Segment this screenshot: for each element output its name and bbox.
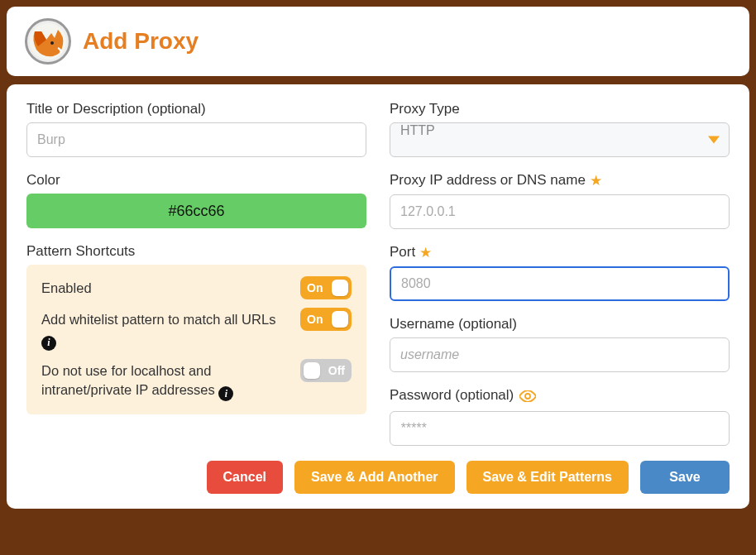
field-pattern-shortcuts: Pattern Shortcuts Enabled On Add whiteli… <box>26 243 366 414</box>
title-label: Title or Description (optional) <box>26 101 366 117</box>
shortcut-enabled-row: Enabled On <box>41 276 352 299</box>
info-icon[interactable]: i <box>41 336 56 351</box>
field-password: Password (optional) <box>390 387 730 446</box>
field-username: Username (optional) <box>390 316 730 372</box>
info-icon[interactable]: i <box>218 386 233 401</box>
field-ip: Proxy IP address or DNS name ★ <box>390 172 730 229</box>
toggle-knob <box>332 311 348 328</box>
cancel-button[interactable]: Cancel <box>207 461 283 494</box>
toggle-localhost[interactable]: Off <box>300 359 352 382</box>
shortcut-localhost-label: Do not use for localhost and intranet/pr… <box>41 359 289 402</box>
header-card: Add Proxy <box>7 7 749 76</box>
right-column: Proxy Type HTTP Proxy IP address or DNS … <box>390 101 730 446</box>
eye-icon[interactable] <box>519 390 536 406</box>
proxy-type-select[interactable]: HTTP <box>390 122 730 157</box>
shortcut-enabled-label: Enabled <box>41 276 289 298</box>
toggle-knob <box>304 362 320 379</box>
proxy-type-label: Proxy Type <box>390 101 730 117</box>
left-column: Title or Description (optional) Color #6… <box>26 101 366 446</box>
shortcut-whitelist-row: Add whitelist pattern to match all URLs … <box>41 308 352 351</box>
color-swatch[interactable]: #66cc66 <box>26 194 366 228</box>
required-star-icon: ★ <box>419 245 432 261</box>
save-edit-patterns-button[interactable]: Save & Edit Patterns <box>467 461 629 494</box>
ip-label: Proxy IP address or DNS name ★ <box>390 172 730 189</box>
svg-point-2 <box>525 394 530 399</box>
field-title: Title or Description (optional) <box>26 101 366 157</box>
username-input[interactable] <box>390 337 730 372</box>
shortcuts-label: Pattern Shortcuts <box>26 243 366 260</box>
password-label: Password (optional) <box>390 387 730 406</box>
svg-point-1 <box>50 41 54 45</box>
shortcut-whitelist-label: Add whitelist pattern to match all URLs … <box>41 308 289 351</box>
password-input[interactable] <box>390 411 730 446</box>
shortcut-localhost-row: Do not use for localhost and intranet/pr… <box>41 359 352 402</box>
toggle-knob <box>332 280 348 296</box>
required-star-icon: ★ <box>590 173 602 189</box>
toggle-whitelist[interactable]: On <box>300 308 352 331</box>
username-label: Username (optional) <box>390 316 730 333</box>
foxyproxy-logo <box>25 18 71 65</box>
toggle-enabled[interactable]: On <box>300 276 352 299</box>
port-label: Port ★ <box>390 244 730 261</box>
port-input[interactable] <box>390 266 730 301</box>
field-proxy-type: Proxy Type HTTP <box>390 101 730 157</box>
color-label: Color <box>26 172 366 189</box>
field-color: Color #66cc66 <box>26 172 366 228</box>
save-button[interactable]: Save <box>640 461 730 494</box>
title-input[interactable] <box>26 122 366 157</box>
page-title: Add Proxy <box>83 28 199 55</box>
form-card: Title or Description (optional) Color #6… <box>7 84 749 509</box>
field-port: Port ★ <box>390 244 730 301</box>
ip-input[interactable] <box>390 194 730 229</box>
button-row: Cancel Save & Add Another Save & Edit Pa… <box>26 461 730 494</box>
save-add-another-button[interactable]: Save & Add Another <box>294 461 455 494</box>
shortcuts-panel: Enabled On Add whitelist pattern to matc… <box>26 265 366 414</box>
